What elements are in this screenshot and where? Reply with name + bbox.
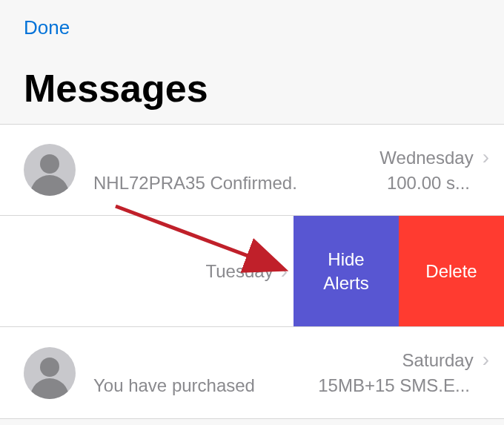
message-content: Saturday › You have purchased 15MB+15 SM… [76,349,489,396]
message-preview-extra: 15MB+15 SMS.E... [318,375,489,396]
message-timestamp: Tuesday [206,261,273,282]
messages-list: Wednesday › NHL72PRA35 Confirmed. 100.00… [0,124,504,419]
message-timestamp: Saturday [402,350,474,371]
hide-alerts-button[interactable]: Hide Alerts [294,216,399,326]
avatar-icon [24,144,76,196]
message-preview: NHL72PRA35 Confirmed. [93,173,297,194]
title-area: Messages [0,45,504,124]
chevron-right-icon: › [281,260,288,283]
avatar-icon [24,347,76,399]
done-button[interactable]: Done [24,16,70,39]
message-row[interactable]: Saturday › You have purchased 15MB+15 SM… [0,327,504,419]
message-row-swiped[interactable]: Tuesday › Hide Alerts Delete [0,216,504,327]
nav-bar: Done [0,0,504,45]
message-timestamp: Wednesday [379,148,473,168]
message-row[interactable]: Wednesday › NHL72PRA35 Confirmed. 100.00… [0,124,504,216]
message-preview: You have purchased [93,375,255,396]
chevron-right-icon: › [483,349,489,370]
page-title: Messages [24,66,480,111]
message-preview-extra: 100.00 s... [387,173,489,194]
message-content: Wednesday › NHL72PRA35 Confirmed. 100.00… [76,147,489,194]
message-content: Tuesday › [0,260,294,283]
chevron-right-icon: › [483,147,489,168]
delete-button[interactable]: Delete [399,216,504,326]
